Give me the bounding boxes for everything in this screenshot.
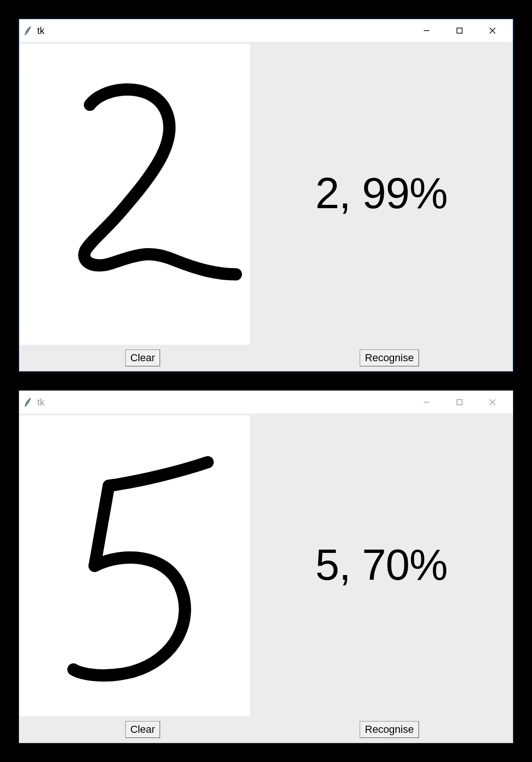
content-area: 5, 70% Clear Recognise	[19, 413, 513, 743]
clear-button[interactable]: Clear	[125, 349, 161, 366]
tk-window-2: tk 5, 70% Clear	[19, 390, 513, 743]
result-panel: 2, 99%	[250, 42, 513, 345]
content-area: 2, 99% Clear Recognise	[19, 42, 513, 371]
window-title: tk	[37, 397, 45, 408]
minimize-button[interactable]	[410, 391, 443, 413]
recognise-button[interactable]: Recognise	[360, 349, 419, 366]
tk-feather-icon	[23, 397, 33, 407]
result-panel: 5, 70%	[250, 413, 513, 716]
drawing-canvas[interactable]	[19, 44, 250, 345]
titlebar[interactable]: tk	[19, 19, 513, 42]
drawn-digit-2	[19, 44, 250, 345]
drawn-digit-5	[19, 415, 250, 716]
drawing-canvas[interactable]	[19, 415, 250, 716]
maximize-icon	[456, 399, 463, 405]
close-icon	[489, 27, 496, 34]
svg-rect-5	[457, 400, 462, 405]
maximize-icon	[456, 27, 463, 34]
minimize-icon	[423, 399, 430, 405]
tk-window-1: tk 2, 99% Clear Recog	[19, 19, 513, 372]
close-button[interactable]	[476, 391, 509, 413]
prediction-label: 5, 70%	[315, 540, 447, 590]
window-title: tk	[37, 25, 45, 36]
close-icon	[489, 399, 496, 405]
maximize-button[interactable]	[443, 19, 476, 42]
recognise-button[interactable]: Recognise	[360, 721, 419, 738]
prediction-label: 2, 99%	[315, 169, 447, 218]
close-button[interactable]	[476, 19, 509, 42]
maximize-button[interactable]	[443, 391, 476, 413]
clear-button[interactable]: Clear	[125, 721, 161, 738]
minimize-icon	[423, 27, 430, 34]
minimize-button[interactable]	[410, 19, 443, 42]
svg-rect-1	[457, 28, 462, 33]
tk-feather-icon	[23, 25, 33, 36]
titlebar[interactable]: tk	[19, 391, 513, 413]
